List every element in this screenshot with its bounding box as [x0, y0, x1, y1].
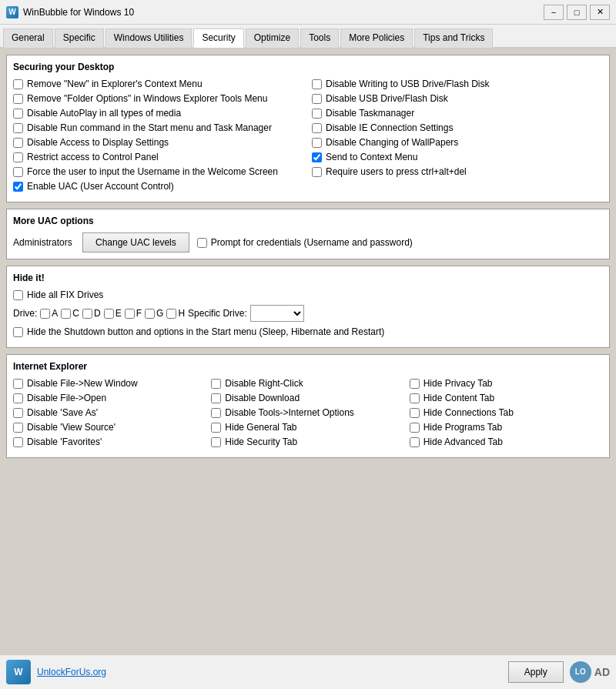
- checkbox-ie-privacy-tab[interactable]: [410, 379, 420, 389]
- logo-text: AD: [594, 666, 610, 678]
- tab-specific[interactable]: Specific: [55, 28, 104, 48]
- apply-button[interactable]: Apply: [508, 661, 564, 683]
- label-prompt-credentials: Prompt for credentials (Username and pas…: [211, 237, 413, 248]
- status-left: W UnlockForUs.org: [6, 660, 106, 684]
- checkbox-disable-autoplay[interactable]: [13, 109, 23, 119]
- ie-col1: Disable File->New Window Disable File->O…: [13, 378, 206, 451]
- checkbox-ie-content-tab[interactable]: [410, 393, 420, 403]
- checkbox-hide-all-fix[interactable]: [13, 290, 23, 300]
- checkbox-drive-c[interactable]: [61, 309, 71, 319]
- drive-g: G: [145, 308, 163, 319]
- checkbox-disable-wallpaper[interactable]: [312, 138, 322, 148]
- minimize-button[interactable]: −: [544, 5, 564, 20]
- label-disable-taskmanager: Disable Taskmanager: [326, 108, 414, 119]
- checkbox-ie-save-as[interactable]: [13, 408, 23, 418]
- label-remove-new: Remove "New" in Explorer's Context Menu: [27, 79, 203, 89]
- checkbox-row-6: Force the user to input the Username in …: [13, 166, 304, 177]
- ie-c3-row2: Hide Connections Tab: [410, 407, 603, 418]
- label-remove-folder: Remove "Folder Options" in Windows Explo…: [27, 93, 267, 104]
- label-disable-run: Disable Run command in the Start menu an…: [27, 122, 272, 133]
- tab-tips-and-tricks[interactable]: Tips and Tricks: [414, 28, 493, 48]
- drive-label: Drive:: [13, 308, 37, 319]
- securing-desktop-section: Securing your Desktop Remove "New" in Ex…: [6, 55, 610, 202]
- label-ie-view-source: Disable 'View Source': [27, 422, 116, 433]
- checkbox-ie-right-click[interactable]: [211, 379, 221, 389]
- checkbox-ie-general-tab[interactable]: [211, 423, 221, 433]
- securing-desktop-title: Securing your Desktop: [13, 62, 603, 72]
- ie-c3-row4: Hide Advanced Tab: [410, 436, 603, 447]
- checkbox-require-ctrl-alt[interactable]: [312, 167, 322, 177]
- checkbox-drive-g[interactable]: [145, 309, 155, 319]
- label-hide-shutdown: Hide the Shutdown button and options in …: [27, 326, 384, 337]
- checkbox-disable-usb-write[interactable]: [312, 79, 322, 89]
- checkbox-force-username[interactable]: [13, 167, 23, 177]
- checkbox-prompt-credentials[interactable]: [197, 238, 207, 248]
- checkbox-ie-tools[interactable]: [211, 408, 221, 418]
- checkbox-disable-display[interactable]: [13, 138, 23, 148]
- checkbox-ie-advanced-tab[interactable]: [410, 437, 420, 447]
- label-ie-right-click: Disable Right-Click: [225, 378, 303, 389]
- checkbox-remove-new[interactable]: [13, 79, 23, 89]
- maximize-button[interactable]: □: [567, 5, 587, 20]
- hide-it-section: Hide it! Hide all FIX Drives Drive: A C …: [6, 266, 610, 348]
- checkbox-drive-e[interactable]: [104, 309, 114, 319]
- label-ie-open: Disable File->Open: [27, 393, 106, 403]
- drive-f: F: [125, 308, 142, 319]
- label-disable-usb-write: Disable Writing to USB Drive/Flash Disk: [326, 79, 490, 89]
- ie-c2-row4: Hide Security Tab: [211, 436, 404, 447]
- checkbox-hide-shutdown[interactable]: [13, 327, 23, 337]
- status-bar: W UnlockForUs.org Apply LO AD: [0, 654, 616, 688]
- label-force-username: Force the user to input the Username in …: [27, 166, 278, 177]
- checkbox-send-to[interactable]: [312, 152, 322, 162]
- shutdown-row: Hide the Shutdown button and options in …: [13, 326, 603, 337]
- checkbox-drive-d[interactable]: [82, 309, 92, 319]
- tab-windows-utilities[interactable]: Windows Utilities: [105, 28, 192, 48]
- checkbox-drive-a[interactable]: [40, 309, 50, 319]
- tab-security[interactable]: Security: [193, 28, 243, 48]
- checkbox-drive-h[interactable]: [166, 309, 176, 319]
- label-ie-favorites: Disable 'Favorites': [27, 436, 102, 447]
- lo-logo-icon: LO: [570, 661, 591, 683]
- checkbox-disable-ie-conn[interactable]: [312, 123, 322, 133]
- checkbox-ie-programs-tab[interactable]: [410, 423, 420, 433]
- checkbox-restrict-control[interactable]: [13, 152, 23, 162]
- checkbox-ie-view-source[interactable]: [13, 423, 23, 433]
- label-ie-privacy-tab: Hide Privacy Tab: [424, 378, 493, 389]
- checkbox-ie-connections-tab[interactable]: [410, 408, 420, 418]
- close-button[interactable]: ✕: [590, 5, 610, 20]
- checkbox-row-r0: Disable Writing to USB Drive/Flash Disk: [312, 79, 603, 89]
- label-enable-uac: Enable UAC (User Account Control): [27, 181, 174, 192]
- checkbox-row-r6: Require users to press ctrl+alt+del: [312, 166, 603, 177]
- checkbox-disable-run[interactable]: [13, 123, 23, 133]
- checkbox-ie-security-tab[interactable]: [211, 437, 221, 447]
- checkbox-ie-favorites[interactable]: [13, 437, 23, 447]
- prompt-credentials-row: Prompt for credentials (Username and pas…: [197, 237, 413, 248]
- unlock-link[interactable]: UnlockForUs.org: [37, 667, 106, 677]
- ie-c2-row0: Disable Right-Click: [211, 378, 404, 389]
- checkbox-ie-open[interactable]: [13, 393, 23, 403]
- securing-desktop-right: Disable Writing to USB Drive/Flash Disk …: [312, 79, 603, 196]
- ie-section: Internet Explorer Disable File->New Wind…: [6, 354, 610, 458]
- checkbox-row-r5: Send to Context Menu: [312, 152, 603, 162]
- checkbox-disable-usb[interactable]: [312, 94, 322, 104]
- checkbox-ie-new-window[interactable]: [13, 379, 23, 389]
- checkbox-enable-uac[interactable]: [13, 182, 23, 192]
- tab-optimize[interactable]: Optimize: [246, 28, 299, 48]
- ie-c3-row3: Hide Programs Tab: [410, 422, 603, 433]
- checkbox-drive-f[interactable]: [125, 309, 135, 319]
- checkbox-disable-taskmanager[interactable]: [312, 109, 322, 119]
- tab-tools[interactable]: Tools: [300, 28, 339, 48]
- change-uac-button[interactable]: Change UAC levels: [82, 232, 189, 253]
- label-ie-connections-tab: Hide Connections Tab: [424, 407, 514, 418]
- securing-desktop-grid: Remove "New" in Explorer's Context Menu …: [13, 79, 603, 196]
- specific-drive-label: Specific Drive:: [188, 308, 247, 319]
- uac-section: More UAC options Administrators Change U…: [6, 209, 610, 259]
- label-restrict-control: Restrict access to Control Panel: [27, 152, 159, 162]
- tab-general[interactable]: General: [3, 28, 53, 48]
- checkbox-ie-download[interactable]: [211, 393, 221, 403]
- drive-c: C: [61, 308, 79, 319]
- app-icon: W: [6, 6, 18, 18]
- checkbox-remove-folder[interactable]: [13, 94, 23, 104]
- tab-more-policies[interactable]: More Policies: [340, 28, 413, 48]
- specific-drive-select[interactable]: [250, 305, 304, 322]
